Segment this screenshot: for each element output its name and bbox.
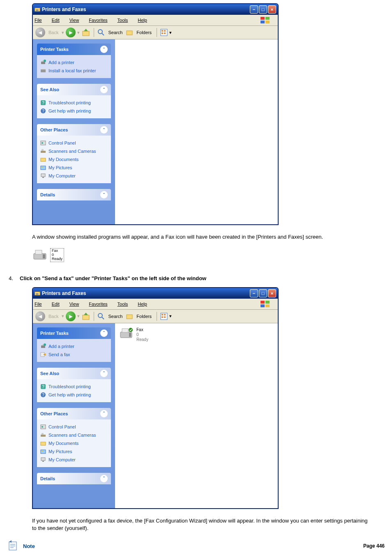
toolbar: ◄ Back ▾ ► ▾ Search Folders ▾ — [33, 310, 278, 323]
views-icon[interactable] — [160, 29, 168, 36]
task-install-fax[interactable]: Install a local fax printer — [40, 67, 108, 75]
printer-add-icon — [40, 343, 46, 349]
search-icon[interactable] — [97, 313, 105, 320]
menu-help[interactable]: Help — [138, 18, 152, 23]
forward-dropdown[interactable]: ▾ — [77, 30, 80, 35]
place-label: My Documents — [48, 157, 78, 162]
folders-button[interactable]: Folders — [135, 313, 153, 320]
svg-point-17 — [44, 60, 46, 62]
task-label: Troubleshoot printing — [48, 100, 91, 105]
forward-button[interactable]: ► — [66, 28, 76, 37]
back-dropdown[interactable]: ▾ — [62, 30, 64, 35]
page-number: Page 446 — [363, 543, 385, 549]
menu-help[interactable]: Help — [138, 302, 152, 306]
views-dropdown[interactable]: ▾ — [169, 313, 172, 319]
svg-rect-41 — [265, 304, 270, 307]
task-label: Add a printer — [48, 60, 74, 65]
folders-icon[interactable] — [126, 313, 133, 320]
task-troubleshoot[interactable]: ? Troubleshoot printing — [40, 382, 108, 391]
svg-text:?: ? — [42, 385, 44, 389]
menu-favorites[interactable]: Favorites — [89, 18, 112, 23]
task-add-printer[interactable]: Add a printer — [40, 58, 108, 67]
forward-dropdown[interactable]: ▾ — [77, 313, 80, 319]
menu-tools[interactable]: Tools — [118, 302, 133, 306]
menu-edit[interactable]: Edit — [52, 18, 65, 23]
place-my-documents[interactable]: My Documents — [40, 155, 108, 164]
panel-body: Add a printer Install a local fax printe… — [37, 55, 111, 78]
back-button[interactable]: ◄ — [35, 28, 45, 37]
back-button[interactable]: ◄ — [35, 311, 45, 321]
task-send-fax[interactable]: Send a fax — [40, 350, 108, 359]
task-add-printer[interactable]: Add a printer — [40, 342, 108, 350]
minimize-button[interactable]: − — [250, 5, 258, 14]
fax-printer-item[interactable]: Fax 0 Ready — [119, 327, 274, 342]
folders-button[interactable]: Folders — [135, 29, 153, 36]
place-my-computer[interactable]: My Computer — [40, 172, 108, 180]
task-troubleshoot[interactable]: ? Troubleshoot printing — [40, 99, 108, 107]
panel-header-printer-tasks[interactable]: Printer Tasks ˆ — [37, 327, 111, 339]
panel-header-details[interactable]: Details ˇ — [37, 189, 111, 200]
maximize-button[interactable]: □ — [259, 5, 267, 14]
chevron-down-icon[interactable]: ˇ — [100, 475, 108, 482]
fax-device-icon — [32, 249, 48, 262]
search-button[interactable]: Search — [106, 29, 124, 36]
menu-view[interactable]: View — [69, 18, 84, 23]
chevron-down-icon[interactable]: ˇ — [100, 191, 108, 198]
task-label: Send a fax — [48, 352, 70, 357]
pictures-icon — [40, 165, 46, 170]
menu-file[interactable]: File — [35, 302, 47, 306]
maximize-button[interactable]: □ — [259, 289, 267, 297]
titlebar[interactable]: Printers and Faxes − □ × — [33, 4, 278, 15]
menu-view[interactable]: View — [69, 302, 84, 306]
place-scanners[interactable]: Scanners and Cameras — [40, 431, 108, 439]
back-label: Back — [47, 313, 60, 320]
up-icon[interactable] — [81, 312, 90, 321]
up-icon[interactable] — [81, 28, 90, 37]
panel-header-other-places[interactable]: Other Places ˆ — [37, 124, 111, 136]
chevron-up-icon[interactable]: ˆ — [100, 126, 108, 134]
minimize-button[interactable]: − — [250, 289, 258, 297]
place-my-pictures[interactable]: My Pictures — [40, 447, 108, 456]
chevron-up-icon[interactable]: ˆ — [100, 46, 108, 53]
panel-header-printer-tasks[interactable]: Printer Tasks ˆ — [37, 44, 111, 55]
chevron-up-icon[interactable]: ˆ — [100, 329, 108, 337]
svg-rect-69 — [122, 329, 128, 332]
task-label: Install a local fax printer — [48, 68, 96, 73]
svg-rect-11 — [161, 30, 163, 32]
svg-rect-5 — [265, 21, 270, 23]
panel-header-see-also[interactable]: See Also ˆ — [37, 84, 111, 95]
place-my-documents[interactable]: My Documents — [40, 439, 108, 447]
chevron-up-icon[interactable]: ˆ — [100, 370, 108, 377]
panel-body: ? Troubleshoot printing ? Get help with … — [37, 379, 111, 402]
toolbar-separator — [157, 28, 157, 37]
computer-icon — [40, 457, 46, 463]
chevron-up-icon[interactable]: ˆ — [100, 86, 108, 93]
panel-header-details[interactable]: Details ˇ — [37, 473, 111, 484]
menu-favorites[interactable]: Favorites — [89, 302, 112, 306]
search-button[interactable]: Search — [106, 313, 124, 320]
back-dropdown[interactable]: ▾ — [62, 313, 64, 319]
place-scanners[interactable]: Scanners and Cameras — [40, 147, 108, 155]
menu-edit[interactable]: Edit — [52, 302, 65, 306]
task-get-help[interactable]: ? Get help with printing — [40, 391, 108, 399]
menu-tools[interactable]: Tools — [118, 18, 133, 23]
chevron-up-icon[interactable]: ˆ — [100, 410, 108, 417]
place-control-panel[interactable]: Control Panel — [40, 139, 108, 147]
place-my-pictures[interactable]: My Pictures — [40, 164, 108, 172]
search-icon[interactable] — [97, 29, 105, 36]
task-get-help[interactable]: ? Get help with printing — [40, 107, 108, 115]
views-dropdown[interactable]: ▾ — [169, 30, 172, 35]
place-control-panel[interactable]: Control Panel — [40, 423, 108, 431]
panel-header-see-also[interactable]: See Also ˆ — [37, 368, 111, 379]
svg-text:?: ? — [42, 393, 44, 397]
titlebar[interactable]: Printers and Faxes − □ × — [33, 288, 278, 299]
svg-rect-26 — [41, 151, 46, 153]
close-button[interactable]: × — [268, 289, 276, 297]
panel-header-other-places[interactable]: Other Places ˆ — [37, 408, 111, 419]
views-icon[interactable] — [160, 313, 168, 320]
menu-file[interactable]: File — [35, 18, 47, 23]
close-button[interactable]: × — [268, 5, 276, 14]
forward-button[interactable]: ► — [66, 311, 76, 321]
folders-icon[interactable] — [126, 29, 133, 36]
place-my-computer[interactable]: My Computer — [40, 456, 108, 464]
